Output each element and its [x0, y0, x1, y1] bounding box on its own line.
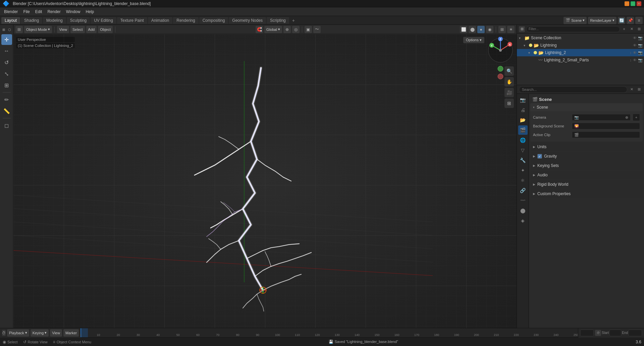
menu-window[interactable]: Window [63, 8, 83, 15]
scene-section-header[interactable]: ▾ Scene [530, 103, 643, 111]
audio-section-header[interactable]: ▶ Audio [530, 171, 643, 179]
rendered-shading-button[interactable]: ◉ [486, 26, 493, 33]
outliner-item-lightning-2[interactable]: ▾ 📂 Lightning_2 ↕ 👁 📷 [517, 49, 644, 56]
viewport-type-icon[interactable]: ⊞ [15, 26, 23, 33]
snap-options-icon[interactable]: ▣ [305, 26, 312, 33]
viewport-3d[interactable]: User Perspective (1) Scene Collection | … [13, 34, 517, 328]
overlays-button[interactable]: ⊞ [498, 26, 506, 33]
frame-end-input[interactable]: 250 [629, 330, 642, 336]
outliner-close-icon[interactable]: ✕ [629, 26, 635, 32]
background-scene-field[interactable]: 🌄 [572, 123, 640, 129]
small-parts-eye-icon[interactable]: 👁 [633, 58, 637, 62]
mode-icon-1[interactable]: ⊞ [1, 27, 6, 32]
tab-compositing[interactable]: Compositing [199, 17, 228, 24]
timeline-keyframe-area[interactable]: 1 10 20 30 40 50 60 70 80 90 100 110 120… [80, 328, 578, 337]
xray-button[interactable]: ☀ [507, 26, 515, 33]
small-parts-extra-icon[interactable]: ↕ [630, 58, 632, 62]
ws-filter-button[interactable]: ≡ [635, 17, 643, 24]
scene-selector[interactable]: 🎬 Scene ▾ [564, 17, 587, 24]
active-clip-field[interactable]: 🎬 [572, 131, 640, 138]
annotate-tool-button[interactable]: ✏ [1, 94, 12, 105]
camera-field[interactable]: 📷 ⊕ [572, 114, 631, 121]
tab-animation[interactable]: Animation [148, 17, 172, 24]
menu-blender[interactable]: Blender [1, 8, 20, 15]
props-data-icon[interactable]: 〰 [518, 196, 528, 205]
tab-sculpting[interactable]: Sculpting [67, 17, 90, 24]
material-shading-button[interactable]: ● [477, 26, 485, 33]
object-mode-button[interactable]: Object Mode ▾ [24, 26, 52, 33]
props-render-icon[interactable]: 📷 [518, 95, 528, 105]
sync-button[interactable]: 🔄 [618, 17, 625, 24]
render-layer-selector[interactable]: RenderLayer ▾ [588, 17, 616, 24]
props-scene-icon[interactable]: 🎬 [518, 125, 528, 135]
transform-tool-button[interactable]: ⊞ [1, 80, 12, 91]
gravity-checkbox[interactable]: ✓ [537, 154, 542, 159]
menu-file[interactable]: File [20, 8, 32, 15]
scene-collection-eye-icon[interactable]: 👁 [633, 36, 637, 40]
scene-collection-render-icon[interactable]: 📷 [638, 36, 643, 40]
tab-modeling[interactable]: Modeling [43, 17, 66, 24]
timeline-marker-menu[interactable]: Marker [63, 329, 79, 337]
menu-edit[interactable]: Edit [33, 8, 45, 15]
menu-render[interactable]: Render [45, 8, 63, 15]
outliner-item-lightning[interactable]: ▾ 📂 Lightning 👁 📷 [517, 42, 644, 49]
props-material-icon[interactable]: ⬤ [518, 206, 528, 215]
pin-button[interactable]: 📌 [627, 17, 634, 24]
tab-texture-paint[interactable]: Texture Paint [117, 17, 147, 24]
outliner-options-icon[interactable]: ⊞ [636, 26, 642, 32]
camera-new-button[interactable]: + [633, 114, 640, 121]
props-object-icon[interactable]: ▽ [518, 146, 528, 155]
tab-geometry-nodes[interactable]: Geometry Nodes [229, 17, 266, 24]
fps-icon[interactable]: ⏱ [595, 330, 601, 336]
units-section-header[interactable]: ▶ Units [530, 142, 643, 151]
add-workspace-button[interactable]: + [290, 17, 297, 24]
outliner-filter-button[interactable]: ≡ [621, 26, 627, 32]
props-modifier-icon[interactable]: 🔧 [518, 156, 528, 165]
maximize-button[interactable]: □ [631, 1, 635, 6]
props-world-icon[interactable]: 🌐 [518, 135, 528, 145]
current-frame-input[interactable]: 1 [580, 330, 594, 336]
tab-scripting[interactable]: Scripting [267, 17, 289, 24]
props-pin-icon[interactable]: ⊞ [636, 86, 642, 93]
props-output-icon[interactable]: 🖨 [518, 105, 528, 115]
props-physics-icon[interactable]: ⚛ [518, 176, 528, 185]
snap-icon[interactable]: 🧲 [256, 26, 263, 33]
viewport-options-button[interactable]: Options ▾ [463, 37, 484, 43]
scale-tool-button[interactable]: ⤡ [1, 68, 12, 79]
viewport-add-menu[interactable]: Add [86, 26, 97, 33]
pivot-icon[interactable]: ⊕ [283, 26, 291, 33]
timeline-keying-menu[interactable]: Keying ▾ [31, 329, 49, 337]
viewport-object-menu[interactable]: Object [98, 26, 113, 33]
path-icon[interactable]: 〜 [313, 26, 321, 33]
lightning2-eye-icon[interactable]: 👁 [633, 51, 637, 55]
measure-tool-button[interactable]: 📏 [1, 106, 12, 116]
outliner-item-lightning-2-small-parts[interactable]: 〰 Lightning_2_Small_Parts ↕ 👁 📷 [517, 56, 644, 64]
mode-icon-2[interactable]: ⬡ [7, 27, 12, 32]
viewport-camera-view-button[interactable]: 🎥 [504, 88, 514, 97]
custom-properties-section-header[interactable]: ▶ Custom Properties [530, 189, 643, 198]
props-options-icon[interactable]: ✕ [629, 86, 635, 93]
rotate-tool-button[interactable]: ↺ [1, 57, 12, 68]
viewport-search-button[interactable]: 🔍 [504, 66, 514, 76]
transform-space-button[interactable]: Global ▾ [264, 26, 282, 33]
wireframe-shading-button[interactable]: ⬜ [460, 26, 467, 33]
gravity-section-header[interactable]: ▶ ✓ Gravity [530, 152, 643, 161]
rigid-body-world-section-header[interactable]: ▶ Rigid Body World [530, 180, 643, 189]
add-cube-tool-button[interactable]: ◻ [1, 120, 12, 131]
viewport-select-menu[interactable]: Select [70, 26, 85, 33]
keying-sets-section-header[interactable]: ▶ Keying Sets [530, 161, 643, 170]
lightning-render-icon[interactable]: 📷 [638, 43, 643, 48]
viewport-view-menu[interactable]: View [57, 26, 69, 33]
tab-uv-editing[interactable]: UV Editing [91, 17, 116, 24]
lightning2-render-icon[interactable]: 📷 [638, 51, 643, 55]
solid-shading-button[interactable]: ⬤ [469, 26, 476, 33]
select-tool-button[interactable]: ✛ [1, 34, 12, 45]
minimize-button[interactable]: ─ [625, 1, 629, 6]
move-tool-button[interactable]: ↔ [1, 46, 12, 56]
props-shading-icon[interactable]: ◈ [518, 216, 528, 225]
proportional-edit-icon[interactable]: ◎ [292, 26, 300, 33]
properties-search-input[interactable] [519, 86, 627, 93]
outliner-search-input[interactable] [526, 26, 620, 32]
outliner-item-scene-collection[interactable]: ▾ 📁 Scene Collection 👁 📷 [517, 34, 644, 42]
props-view-layer-icon[interactable]: 📂 [518, 115, 528, 125]
